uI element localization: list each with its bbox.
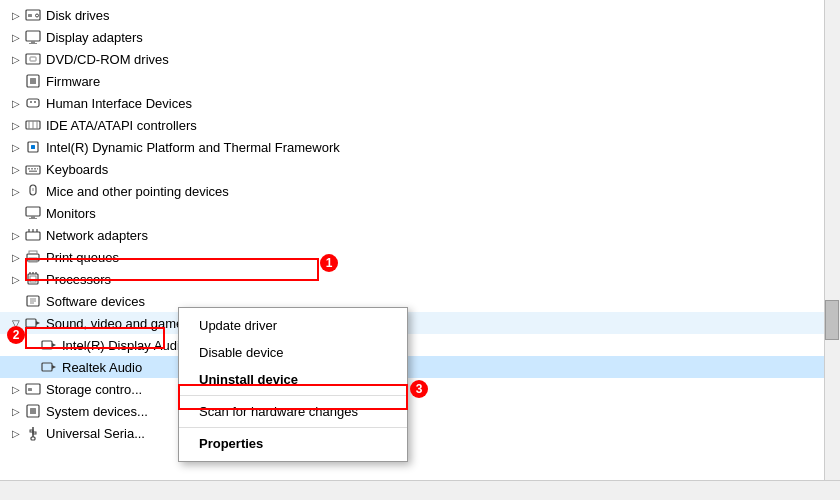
tree-item-display-adapters[interactable]: ▷ Display adapters	[0, 26, 840, 48]
context-menu: Update driver Disable device Uninstall d…	[178, 307, 408, 462]
icon-display-adapters	[24, 28, 42, 46]
tree-item-realtek-audio[interactable]: Realtek Audio	[0, 356, 840, 378]
menu-item-disable-device[interactable]: Disable device	[179, 339, 407, 366]
tree-item-human-interface[interactable]: ▷ Human Interface Devices	[0, 92, 840, 114]
svg-point-2	[36, 14, 39, 17]
icon-storage-controllers	[24, 380, 42, 398]
tree-item-dvd-cdrom[interactable]: ▷ DVD/CD-ROM drives	[0, 48, 840, 70]
device-tree: ▷ Disk drives ▷ Display adapters ▷ DVD/C…	[0, 0, 840, 448]
svg-rect-21	[31, 168, 33, 170]
label-system-devices: System devices...	[46, 404, 840, 419]
tree-item-network-adapters[interactable]: ▷ Network adapters	[0, 224, 840, 246]
label-universal-serial: Universal Seria...	[46, 426, 840, 441]
tree-item-mice[interactable]: ▷ Mice and other pointing devices	[0, 180, 840, 202]
svg-rect-18	[31, 145, 35, 149]
tree-item-firmware[interactable]: Firmware	[0, 70, 840, 92]
svg-marker-49	[52, 343, 56, 347]
chevron-universal-serial: ▷	[8, 425, 24, 441]
uninstall-device-label: Uninstall device	[199, 372, 298, 387]
svg-rect-9	[30, 78, 36, 84]
svg-rect-20	[28, 168, 30, 170]
tree-item-ide-ata[interactable]: ▷ IDE ATA/ATAPI controllers	[0, 114, 840, 136]
tree-item-software-devices[interactable]: Software devices	[0, 290, 840, 312]
device-manager: ▷ Disk drives ▷ Display adapters ▷ DVD/C…	[0, 0, 840, 500]
scrollbar[interactable]	[824, 0, 840, 500]
tree-item-disk-drives[interactable]: ▷ Disk drives	[0, 4, 840, 26]
chevron-display-adapters: ▷	[8, 29, 24, 45]
disable-device-label: Disable device	[199, 345, 284, 360]
svg-rect-6	[26, 54, 40, 64]
tree-item-system-devices[interactable]: ▷ System devices...	[0, 400, 840, 422]
icon-disk-drives	[24, 6, 42, 24]
menu-item-scan-hardware[interactable]: Scan for hardware changes	[179, 398, 407, 425]
icon-ide-ata	[24, 116, 42, 134]
scan-hardware-label: Scan for hardware changes	[199, 404, 358, 419]
svg-rect-12	[34, 101, 36, 103]
svg-rect-35	[29, 251, 37, 254]
tree-item-keyboards[interactable]: ▷ Keyboards	[0, 158, 840, 180]
tree-item-intel-dynamic[interactable]: ▷ Intel(R) Dynamic Platform and Thermal …	[0, 136, 840, 158]
tree-item-storage-controllers[interactable]: ▷ Storage contro...	[0, 378, 840, 400]
label-sound-video-game: Sound, video and game controllers	[46, 316, 840, 331]
tree-item-universal-serial[interactable]: ▷ Universal Seria...	[0, 422, 840, 444]
svg-rect-7	[30, 57, 36, 61]
svg-rect-1	[28, 14, 32, 17]
label-monitors: Monitors	[46, 206, 840, 221]
update-driver-label: Update driver	[199, 318, 277, 333]
svg-rect-22	[34, 168, 36, 170]
label-human-interface: Human Interface Devices	[46, 96, 840, 111]
chevron-disk-drives: ▷	[8, 7, 24, 23]
properties-label: Properties	[199, 436, 263, 451]
svg-rect-53	[28, 388, 32, 391]
tree-item-processors[interactable]: ▷ Processors	[0, 268, 840, 290]
chevron-storage-controllers: ▷	[8, 381, 24, 397]
tree-item-intel-display-audio[interactable]: Intel(R) Display Audio	[0, 334, 840, 356]
svg-rect-23	[37, 168, 38, 170]
chevron-dvd-cdrom: ▷	[8, 51, 24, 67]
menu-item-update-driver[interactable]: Update driver	[179, 312, 407, 339]
chevron-intel-dynamic: ▷	[8, 139, 24, 155]
tree-item-sound-video-game[interactable]: ▽ Sound, video and game controllers	[0, 312, 840, 334]
tree-item-monitors[interactable]: Monitors	[0, 202, 840, 224]
icon-human-interface	[24, 94, 42, 112]
svg-rect-58	[33, 432, 36, 434]
svg-rect-30	[26, 232, 40, 240]
scrollbar-thumb[interactable]	[825, 300, 839, 340]
label-software-devices: Software devices	[46, 294, 840, 309]
chevron-keyboards: ▷	[8, 161, 24, 177]
label-display-adapters: Display adapters	[46, 30, 840, 45]
svg-rect-50	[42, 363, 52, 371]
svg-marker-47	[36, 321, 40, 325]
svg-rect-24	[29, 171, 37, 173]
svg-rect-3	[26, 31, 40, 41]
menu-item-uninstall-device[interactable]: Uninstall device	[179, 366, 407, 393]
icon-system-devices	[24, 402, 42, 420]
label-mice: Mice and other pointing devices	[46, 184, 840, 199]
svg-rect-19	[26, 166, 40, 174]
menu-item-properties[interactable]: Properties	[179, 430, 407, 457]
icon-processors	[24, 270, 42, 288]
chevron-sound-video-game: ▽	[8, 315, 24, 331]
svg-rect-29	[29, 218, 37, 219]
svg-rect-11	[30, 101, 32, 103]
chevron-ide-ata: ▷	[8, 117, 24, 133]
icon-realtek-audio	[40, 358, 58, 376]
chevron-network-adapters: ▷	[8, 227, 24, 243]
context-menu-separator	[179, 395, 407, 396]
svg-marker-51	[52, 365, 56, 369]
icon-mice	[24, 182, 42, 200]
icon-network-adapters	[24, 226, 42, 244]
svg-rect-46	[26, 319, 36, 327]
label-disk-drives: Disk drives	[46, 8, 840, 23]
label-storage-controllers: Storage contro...	[46, 382, 840, 397]
label-intel-dynamic: Intel(R) Dynamic Platform and Thermal Fr…	[46, 140, 840, 155]
icon-software-devices	[24, 292, 42, 310]
icon-universal-serial	[24, 424, 42, 442]
label-processors: Processors	[46, 272, 840, 287]
chevron-system-devices: ▷	[8, 403, 24, 419]
tree-item-print-queues[interactable]: ▷ Print queues	[0, 246, 840, 268]
svg-rect-38	[30, 276, 36, 282]
chevron-mice: ▷	[8, 183, 24, 199]
svg-rect-5	[29, 43, 37, 44]
label-keyboards: Keyboards	[46, 162, 840, 177]
